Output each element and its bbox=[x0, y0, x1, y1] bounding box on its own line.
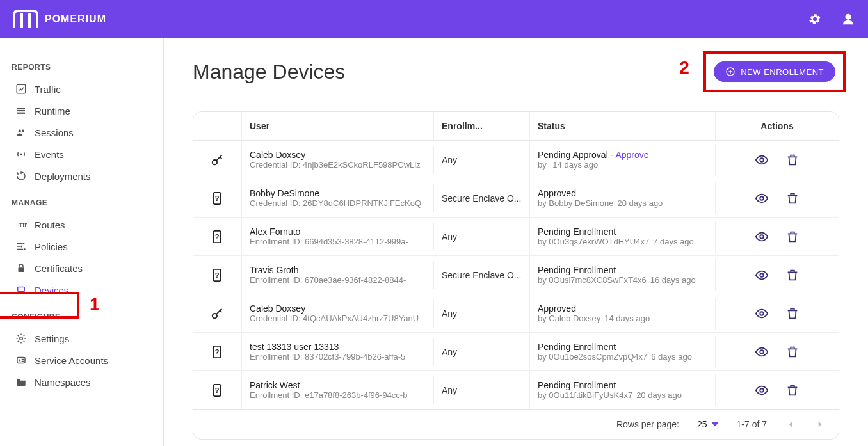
status-text: Pending Enrollment bbox=[538, 227, 707, 237]
table-row: Alex FornutoEnrollment ID: 6694d353-3828… bbox=[193, 218, 839, 256]
svg-point-12 bbox=[20, 246, 22, 248]
svg-point-7 bbox=[19, 130, 22, 133]
status-text: Approved bbox=[538, 188, 707, 198]
user-name: Bobby DeSimone bbox=[250, 188, 426, 198]
sidebar-item-settings[interactable]: Settings bbox=[9, 328, 147, 349]
sidebar-item-label: Namespaces bbox=[35, 377, 91, 388]
status-text: Pending Enrollment bbox=[538, 265, 707, 275]
delete-icon[interactable] bbox=[785, 268, 800, 282]
th-actions: Actions bbox=[715, 112, 839, 140]
sidebar-item-service-accounts[interactable]: Service Accounts bbox=[9, 349, 147, 371]
sidebar-section-title: REPORTS bbox=[12, 63, 163, 72]
enrollment-type: Secure Enclave O... bbox=[433, 184, 529, 212]
sidebar: REPORTSTrafficRuntimeSessionsEventsDeplo… bbox=[0, 38, 164, 446]
status-text: Pending Enrollment bbox=[538, 380, 707, 390]
table-row: Travis GrothEnrollment ID: 670ae3ae-936f… bbox=[193, 256, 839, 294]
user-name: test 13313 user 13313 bbox=[250, 342, 426, 352]
rows-per-page-select[interactable]: 25 bbox=[697, 419, 719, 429]
view-icon[interactable] bbox=[755, 307, 769, 321]
bars-icon bbox=[15, 105, 27, 116]
sidebar-item-policies[interactable]: Policies bbox=[9, 235, 147, 257]
svg-point-19 bbox=[19, 360, 20, 362]
sidebar-item-namespaces[interactable]: Namespaces bbox=[9, 371, 147, 393]
annotation-number-2: 2 bbox=[679, 58, 689, 78]
sidebar-item-sessions[interactable]: Sessions bbox=[9, 122, 147, 143]
sidebar-item-certificates[interactable]: Certificates bbox=[9, 257, 147, 279]
delete-icon[interactable] bbox=[785, 307, 800, 321]
sidebar-item-label: Settings bbox=[35, 333, 69, 344]
status-text: Pending Approval - Approve bbox=[538, 150, 707, 160]
th-user[interactable]: User bbox=[241, 112, 433, 140]
view-icon[interactable] bbox=[755, 268, 769, 282]
status-byline: by Bobby DeSimone20 days ago bbox=[538, 198, 707, 208]
table-row: Caleb DoxseyCredential ID: 4tQcAUAkPxAU4… bbox=[193, 294, 839, 333]
th-enrollment[interactable]: Enrollm... bbox=[433, 112, 529, 140]
svg-point-2 bbox=[846, 15, 850, 19]
sidebar-item-runtime[interactable]: Runtime bbox=[9, 100, 147, 122]
delete-icon[interactable] bbox=[785, 153, 800, 167]
new-enrollment-button[interactable]: NEW ENROLLMENT bbox=[714, 61, 835, 82]
svg-point-13 bbox=[24, 248, 26, 250]
table-row: Caleb DoxseyCredential ID: 4njb3eE2kSCko… bbox=[193, 141, 839, 179]
devices-table: User Enrollm... Status Actions Caleb Dox… bbox=[193, 111, 839, 440]
broadcast-icon bbox=[15, 148, 27, 160]
logo-icon bbox=[13, 10, 38, 29]
device-type-icon bbox=[211, 153, 225, 167]
credential-id: Enrollment ID: 670ae3ae-936f-4822-8844- bbox=[250, 275, 426, 285]
page-title: Manage Devices bbox=[193, 60, 345, 84]
approve-link[interactable]: Approve bbox=[615, 150, 648, 160]
brand[interactable]: POMERIUM bbox=[13, 10, 106, 29]
sidebar-item-label: Routes bbox=[35, 219, 65, 230]
sidebar-item-routes[interactable]: HTTPRoutes bbox=[9, 214, 147, 235]
view-icon[interactable] bbox=[755, 191, 769, 205]
status-byline: by 0Ou3qs7ekrWOTdHYU4x77 days ago bbox=[538, 237, 707, 246]
view-icon[interactable] bbox=[755, 383, 769, 397]
table-header: User Enrollm... Status Actions bbox=[193, 112, 839, 141]
svg-point-8 bbox=[22, 130, 25, 133]
status-byline: by 0Ou11fttikBiFyUsK4x720 days ago bbox=[538, 390, 707, 400]
view-icon[interactable] bbox=[755, 230, 769, 244]
user-name: Caleb Doxsey bbox=[250, 303, 426, 314]
enrollment-type: Any bbox=[433, 376, 529, 404]
enrollment-type: Secure Enclave O... bbox=[433, 261, 529, 289]
rows-per-page-label: Rows per page: bbox=[616, 419, 679, 429]
enrollment-type: Any bbox=[433, 299, 529, 328]
badge-icon bbox=[15, 354, 27, 366]
sidebar-item-devices[interactable]: Devices bbox=[9, 279, 147, 301]
http-icon: HTTP bbox=[15, 219, 27, 230]
delete-icon[interactable] bbox=[785, 345, 800, 359]
delete-icon[interactable] bbox=[785, 230, 800, 244]
credential-id: Credential ID: 26DY8qC6HDPRNTKJiFEcKoQ bbox=[250, 198, 426, 208]
sidebar-item-traffic[interactable]: Traffic bbox=[9, 78, 147, 100]
enrollment-type: Any bbox=[433, 223, 529, 251]
prev-page-icon[interactable] bbox=[785, 418, 796, 430]
user-name: Travis Groth bbox=[250, 265, 426, 275]
table-row: Bobby DeSimoneCredential ID: 26DY8qC6HDP… bbox=[193, 179, 839, 218]
rows-per-page-value: 25 bbox=[697, 419, 707, 429]
svg-text:HTTP: HTTP bbox=[17, 223, 28, 227]
history-icon bbox=[15, 170, 27, 182]
table-footer: Rows per page: 25 1-7 of 7 bbox=[193, 410, 839, 439]
status-byline: by 0Ou1be2sosCpmZvpQ4x76 days ago bbox=[538, 352, 707, 362]
delete-icon[interactable] bbox=[785, 191, 800, 205]
credential-id: Enrollment ID: 6694d353-3828-4112-999a- bbox=[250, 237, 426, 246]
gear-icon bbox=[15, 333, 27, 344]
delete-icon[interactable] bbox=[785, 383, 800, 397]
next-page-icon[interactable] bbox=[814, 418, 826, 430]
th-status[interactable]: Status bbox=[529, 112, 715, 140]
view-icon[interactable] bbox=[755, 153, 769, 167]
device-type-icon bbox=[211, 307, 225, 321]
sidebar-section-title: MANAGE bbox=[12, 198, 163, 207]
view-icon[interactable] bbox=[755, 345, 769, 359]
plus-circle-icon bbox=[725, 67, 735, 77]
svg-rect-14 bbox=[19, 267, 24, 272]
user-icon[interactable] bbox=[841, 12, 855, 26]
status-byline: by Caleb Doxsey14 days ago bbox=[538, 314, 707, 323]
sidebar-item-label: Service Accounts bbox=[35, 355, 108, 366]
gear-icon[interactable] bbox=[808, 12, 822, 26]
folder-icon bbox=[15, 376, 27, 388]
sidebar-item-label: Traffic bbox=[35, 84, 61, 95]
sidebar-item-events[interactable]: Events bbox=[9, 143, 147, 165]
sidebar-item-label: Sessions bbox=[35, 127, 74, 138]
sidebar-item-deployments[interactable]: Deployments bbox=[9, 165, 147, 187]
